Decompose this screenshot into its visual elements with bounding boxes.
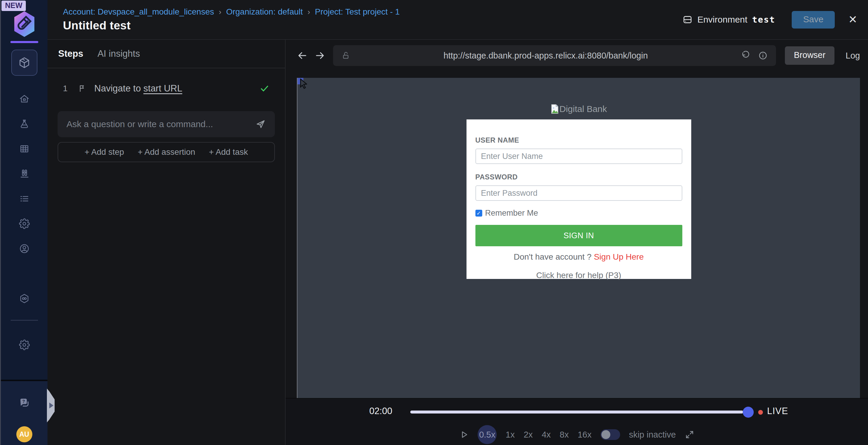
sidebar-item-integrations[interactable] <box>1 286 48 311</box>
remember-me-checkbox[interactable]: ✓ <box>475 210 482 216</box>
sign-up-link[interactable]: Sign Up Here <box>594 252 644 261</box>
add-task-button[interactable]: + Add task <box>209 147 248 157</box>
sidebar-item-configuration[interactable] <box>1 211 48 236</box>
username-label: USER NAME <box>475 136 682 144</box>
password-field[interactable] <box>475 185 682 201</box>
skip-inactive-label: skip inactive <box>629 430 676 440</box>
add-step-button[interactable]: + Add step <box>85 147 124 157</box>
refresh-icon[interactable] <box>741 51 750 60</box>
relicx-logo[interactable] <box>11 10 38 38</box>
playback-progress-track[interactable] <box>410 411 743 414</box>
help-link[interactable]: Click here for help (P3) <box>475 271 682 280</box>
bank-logo: Digital Bank <box>550 104 607 114</box>
sidebar-item-home[interactable] <box>1 86 48 111</box>
step-row[interactable]: 1 Navigate to start URL <box>48 83 285 94</box>
url-text[interactable]: http://stage.dbank.prod-apps.relicx.ai:8… <box>350 51 741 61</box>
close-icon[interactable]: ✕ <box>848 14 857 25</box>
insecure-lock-icon <box>341 51 350 60</box>
speed-1x[interactable]: 1x <box>505 430 515 440</box>
header: Account: Devspace_all_module_licenses › … <box>48 0 868 40</box>
login-card: USER NAME PASSWORD ✓ Remember Me SIGN IN… <box>466 119 691 279</box>
gear-icon <box>19 218 30 229</box>
breadcrumb-account[interactable]: Account: Devspace_all_module_licenses <box>63 7 214 17</box>
playback-progress-thumb[interactable] <box>743 407 754 418</box>
breadcrumb-organization[interactable]: Organization: default <box>226 7 303 17</box>
step-passed-check-icon <box>259 84 270 94</box>
broken-image-icon <box>550 104 559 114</box>
tab-ai-insights[interactable]: AI insights <box>97 49 140 59</box>
sidebar-item-settings[interactable] <box>1 332 48 357</box>
step-start-url-link[interactable]: start URL <box>144 83 182 94</box>
fullscreen-icon[interactable] <box>685 430 694 439</box>
back-arrow-icon[interactable] <box>297 50 308 61</box>
info-icon[interactable] <box>758 51 768 60</box>
sidebar-item-slack[interactable] <box>1 261 48 286</box>
sidebar-item-test-builder[interactable] <box>11 50 37 76</box>
environment-label: Environment <box>697 14 747 25</box>
step-text-prefix: Navigate to <box>94 83 144 94</box>
sidebar-item-runs[interactable] <box>1 186 48 211</box>
sidebar-item-tests[interactable] <box>1 111 48 136</box>
step-number: 1 <box>63 84 68 93</box>
speed-16x[interactable]: 16x <box>578 430 592 440</box>
grid-icon <box>19 144 30 154</box>
speed-4x[interactable]: 4x <box>542 430 551 440</box>
sidebar-item-test-results[interactable] <box>1 161 48 186</box>
cursor-icon <box>298 78 310 91</box>
forward-arrow-icon[interactable] <box>315 50 326 61</box>
sidebar: NEW <box>0 0 48 445</box>
steps-tabs: Steps AI insights <box>48 40 285 68</box>
browser-nav-bar: http://stage.dbank.prod-apps.relicx.ai:8… <box>286 40 868 71</box>
checklist-icon <box>19 194 30 204</box>
signup-row: Don't have account ? Sign Up Here <box>475 252 682 262</box>
speed-2x[interactable]: 2x <box>524 430 533 440</box>
tab-browser[interactable]: Browser <box>785 46 834 65</box>
page-title: Untitled test <box>63 19 400 32</box>
tab-steps[interactable]: Steps <box>58 49 83 59</box>
viewport-area: Digital Bank USER NAME PASSWORD ✓ Rememb… <box>286 71 868 398</box>
live-dot <box>758 410 763 415</box>
playback-time: 02:00 <box>369 406 393 416</box>
user-search-icon <box>19 243 30 254</box>
browser-viewport[interactable]: Digital Bank USER NAME PASSWORD ✓ Rememb… <box>297 78 860 398</box>
step-text: Navigate to start URL <box>94 83 182 94</box>
sidebar-bottom-section: ? AU <box>1 380 48 445</box>
send-icon[interactable] <box>255 119 266 129</box>
tab-log[interactable]: Log <box>846 51 860 61</box>
save-button[interactable]: Save <box>792 11 834 29</box>
environment-icon <box>682 14 692 25</box>
add-assertion-button[interactable]: + Add assertion <box>138 147 195 157</box>
svg-text:?: ? <box>22 399 25 404</box>
skip-inactive-toggle[interactable] <box>600 429 620 440</box>
sidebar-item-help[interactable]: ? <box>1 396 48 410</box>
app-window: NEW <box>0 0 868 445</box>
sign-in-button[interactable]: SIGN IN <box>475 225 682 246</box>
breadcrumb-separator: › <box>308 7 310 17</box>
speed-8x[interactable]: 8x <box>560 430 569 440</box>
breadcrumb-separator: › <box>219 7 221 17</box>
environment-value[interactable]: test <box>752 14 775 25</box>
new-badge: NEW <box>1 1 26 11</box>
playback-bar: 02:00 LIVE 0.5x 1x 2x 4x 8x 16x <box>286 398 868 445</box>
slack-icon <box>19 268 30 279</box>
command-input[interactable] <box>66 119 255 129</box>
steps-panel: Steps AI insights 1 Navigate to start UR… <box>48 40 286 445</box>
breadcrumb-project[interactable]: Project: Test project - 1 <box>315 7 400 17</box>
help-chat-icon: ? <box>18 397 31 409</box>
bank-logo-alt-text: Digital Bank <box>559 104 607 114</box>
user-avatar[interactable]: AU <box>16 426 32 442</box>
url-bar[interactable]: http://stage.dbank.prod-apps.relicx.ai:8… <box>333 45 776 66</box>
speed-0.5x[interactable]: 0.5x <box>478 425 497 444</box>
logo-active-underline <box>10 41 38 43</box>
sidebar-item-suites[interactable] <box>1 136 48 161</box>
panel-collapse-handle[interactable] <box>47 389 55 422</box>
command-box <box>58 111 275 137</box>
integrations-icon <box>19 293 30 304</box>
sidebar-item-session-insights[interactable] <box>1 236 48 261</box>
username-field[interactable] <box>475 149 682 164</box>
test-tubes-icon <box>19 169 30 179</box>
home-icon <box>19 94 30 104</box>
play-icon[interactable] <box>459 430 469 439</box>
breadcrumb: Account: Devspace_all_module_licenses › … <box>63 7 400 17</box>
remember-me-label: Remember Me <box>485 209 538 218</box>
